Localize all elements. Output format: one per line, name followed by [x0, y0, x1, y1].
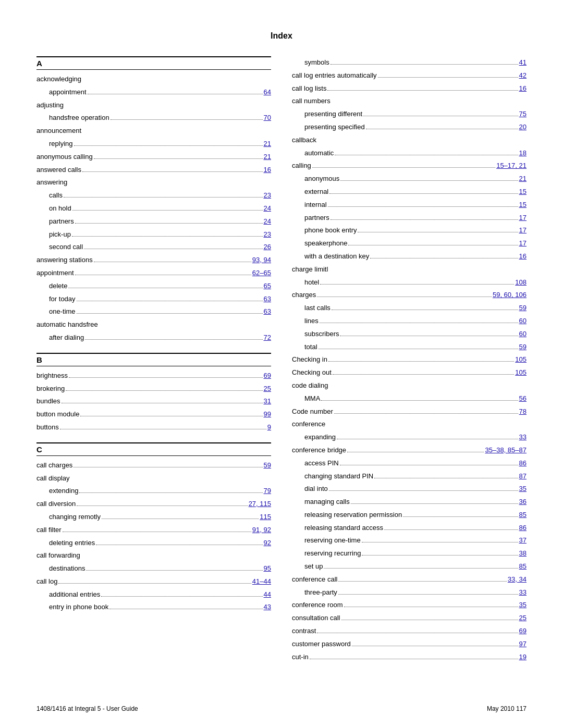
page-number[interactable]: 97 [519, 639, 527, 650]
page-number[interactable]: 85 [519, 561, 527, 572]
page-number[interactable]: 23 [264, 229, 271, 240]
page-number[interactable]: 21 [519, 174, 527, 184]
term-label: subscribers [304, 329, 339, 340]
index-entry: Checking in105 [292, 354, 527, 365]
page-number[interactable]: 63 [264, 306, 271, 317]
page-number[interactable]: 105 [515, 354, 527, 365]
term-label: announcement [36, 126, 81, 137]
page-number[interactable]: 24 [264, 203, 271, 214]
dots-leader [362, 542, 518, 542]
dots-leader [109, 609, 262, 609]
index-entry: set up85 [292, 561, 527, 572]
page-number[interactable]: 91, 92 [252, 525, 271, 536]
page-number[interactable]: 59 [519, 342, 527, 353]
page-number[interactable]: 17 [519, 225, 527, 236]
index-entry: reserving recurring38 [292, 548, 527, 559]
page-number[interactable]: 21 [264, 152, 271, 163]
page-number[interactable]: 59 [264, 460, 271, 471]
index-entry: automatic18 [292, 148, 527, 159]
page-number[interactable]: 18 [519, 148, 527, 159]
term-label: releasing standard access [304, 523, 383, 534]
page-number[interactable]: 72 [264, 332, 271, 343]
page-number[interactable]: 86 [519, 523, 527, 534]
page-number[interactable]: 16 [519, 83, 527, 94]
page-number[interactable]: 15–17, 21 [496, 161, 527, 171]
term-label: calling [292, 161, 311, 171]
page-number[interactable]: 85 [519, 510, 527, 521]
page-number[interactable]: 26 [264, 242, 271, 253]
page-number[interactable]: 69 [264, 371, 271, 381]
page-number[interactable]: 35 [519, 600, 527, 611]
dots-leader [320, 284, 514, 285]
page-number[interactable]: 56 [519, 393, 527, 404]
page-number[interactable]: 35–38, 85–87 [485, 445, 527, 456]
page-number[interactable]: 115 [260, 512, 271, 523]
page-number[interactable]: 21 [264, 139, 271, 150]
term-label: on hold [49, 203, 71, 214]
page-number[interactable]: 33 [519, 432, 527, 443]
dots-leader [60, 429, 266, 429]
page-number[interactable]: 38 [519, 548, 527, 559]
page-number[interactable]: 42 [519, 70, 527, 81]
page-number[interactable]: 78 [519, 406, 527, 417]
page-number[interactable]: 87 [519, 471, 527, 482]
index-entry: brightness69 [36, 371, 271, 381]
page-number[interactable]: 108 [515, 277, 527, 288]
page-number[interactable]: 19 [519, 652, 527, 663]
page-number[interactable]: 70 [264, 113, 271, 124]
page-number[interactable]: 33, 34 [508, 574, 527, 585]
page-number[interactable]: 65 [264, 281, 271, 292]
page-number[interactable]: 17 [519, 213, 527, 224]
page-number[interactable]: 41 [519, 57, 527, 68]
page-number[interactable]: 95 [264, 563, 271, 574]
page-number[interactable]: 60 [519, 316, 527, 327]
left-column: Aacknowledgingappointment64adjustinghand… [36, 56, 271, 664]
page-number[interactable]: 69 [519, 626, 527, 637]
page-number[interactable]: 59, 60, 106 [493, 290, 527, 301]
page-number[interactable]: 25 [264, 384, 271, 394]
term-label: code dialing [292, 380, 328, 391]
page-number[interactable]: 23 [264, 190, 271, 201]
dots-leader [77, 313, 263, 314]
page-number[interactable]: 15 [519, 187, 527, 198]
page-number[interactable]: 41–44 [252, 576, 271, 587]
index-entry: partners24 [36, 216, 271, 227]
page-number[interactable]: 16 [264, 165, 271, 176]
page-number[interactable]: 59 [519, 303, 527, 314]
page-number[interactable]: 63 [264, 294, 271, 305]
page-number[interactable]: 93, 94 [252, 255, 271, 266]
page-number[interactable]: 31 [264, 396, 271, 407]
page-number[interactable]: 25 [519, 613, 527, 624]
term-label: conference call [292, 574, 337, 585]
page-number[interactable]: 105 [515, 367, 527, 378]
index-entry: releasing standard access86 [292, 523, 527, 534]
dots-leader [363, 116, 518, 116]
term-label: call diversion [36, 499, 76, 510]
page-number[interactable]: 79 [264, 486, 271, 497]
page-number[interactable]: 24 [264, 216, 271, 227]
page-number[interactable]: 60 [519, 329, 527, 340]
page-number[interactable]: 33 [519, 587, 527, 598]
page-number[interactable]: 36 [519, 497, 527, 508]
term-label: brightness [36, 371, 68, 381]
page-number[interactable]: 92 [264, 538, 271, 549]
page-number[interactable]: 62–65 [252, 268, 271, 279]
page-number[interactable]: 35 [519, 484, 527, 495]
page-number[interactable]: 86 [519, 458, 527, 469]
page-number[interactable]: 27, 115 [249, 499, 271, 510]
index-entry: answering stations93, 94 [36, 255, 271, 266]
page-number[interactable]: 20 [519, 122, 527, 133]
term-label: reserving recurring [304, 548, 361, 559]
index-entry: anonymous calling21 [36, 152, 271, 163]
page-number[interactable]: 15 [519, 200, 527, 211]
page-number[interactable]: 44 [264, 589, 271, 600]
page-number[interactable]: 17 [519, 238, 527, 249]
page-number[interactable]: 99 [264, 409, 271, 420]
page-number[interactable]: 16 [519, 251, 527, 262]
page-number[interactable]: 37 [519, 535, 527, 546]
page-number[interactable]: 75 [519, 109, 527, 120]
page-number[interactable]: 9 [267, 422, 271, 433]
page-number[interactable]: 64 [264, 87, 271, 98]
term-label: charge limitl [292, 264, 328, 275]
page-number[interactable]: 43 [264, 602, 271, 613]
